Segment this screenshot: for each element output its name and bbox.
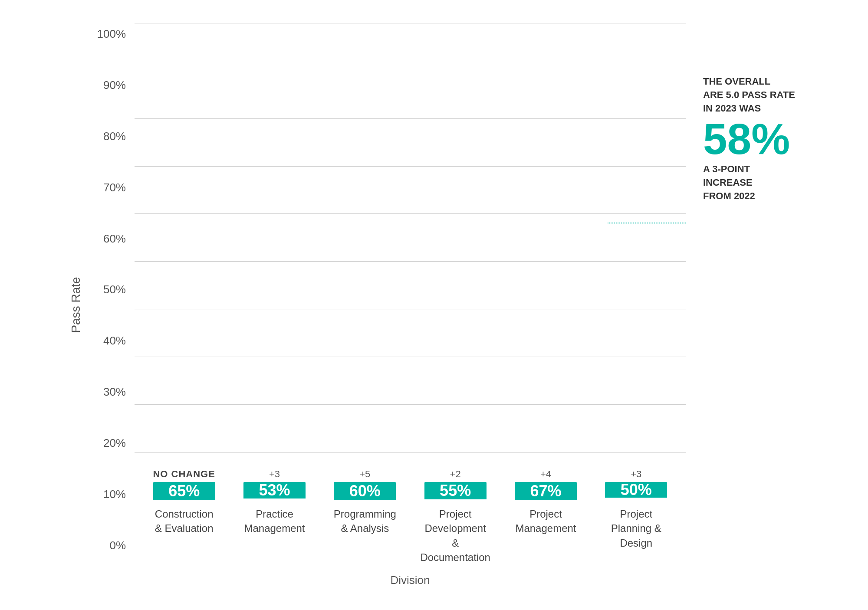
- y-tick: 10%: [103, 488, 126, 501]
- bar-change-programming-analysis: +5: [359, 469, 370, 480]
- y-tick: 90%: [103, 79, 126, 92]
- bar-value-project-development-documentation: 55%: [440, 482, 471, 500]
- annotation-box: THE OVERALL ARE 5.0 PASS RATE IN 2023 WA…: [703, 75, 825, 203]
- bar-programming-analysis: 60%: [334, 482, 396, 500]
- bar-value-project-management: 67%: [530, 482, 561, 500]
- y-axis-label: Pass Rate: [69, 277, 83, 333]
- bar-wrapper-programming-analysis: +560%: [329, 469, 401, 500]
- bar-wrapper-construction-evaluation: NO CHANGE65%: [148, 469, 220, 500]
- chart-inner: NO CHANGE65%+353%+560%+255%+467%+350% Co…: [135, 23, 686, 587]
- bar-practice-management: 53%: [243, 482, 306, 499]
- y-tick: 70%: [103, 181, 126, 194]
- y-tick: 40%: [103, 334, 126, 348]
- bar-group-project-management: +467%: [509, 23, 582, 500]
- x-label-project-management: ProjectManagement: [509, 507, 582, 565]
- bar-change-project-management: +4: [540, 469, 551, 480]
- y-tick: 50%: [103, 283, 126, 296]
- x-label-project-development-documentation: ProjectDevelopment& Documentation: [419, 507, 492, 565]
- bar-value-programming-analysis: 60%: [349, 482, 381, 500]
- y-tick: 100%: [97, 27, 126, 41]
- bar-value-practice-management: 53%: [259, 481, 290, 499]
- x-axis-title: Division: [135, 574, 686, 587]
- bar-value-project-planning-design: 50%: [621, 481, 652, 499]
- y-tick: 20%: [103, 436, 126, 450]
- bar-construction-evaluation: 65%: [153, 482, 215, 500]
- y-tick: 0%: [109, 539, 126, 552]
- x-label-project-planning-design: ProjectPlanning &Design: [600, 507, 673, 565]
- y-axis: 100%90%80%70%60%50%40%30%20%10%0%: [95, 23, 135, 587]
- bar-group-project-development-documentation: +255%: [419, 23, 492, 500]
- bar-change-construction-evaluation: NO CHANGE: [153, 469, 215, 480]
- x-label-programming-analysis: Programming& Analysis: [329, 507, 401, 565]
- y-tick: 60%: [103, 232, 126, 246]
- bar-change-project-planning-design: +3: [631, 469, 641, 480]
- bar-group-project-planning-design: +350%: [600, 23, 673, 500]
- bar-change-practice-management: +3: [269, 469, 280, 480]
- grid-and-bars: NO CHANGE65%+353%+560%+255%+467%+350%: [135, 23, 686, 500]
- bar-wrapper-project-development-documentation: +255%: [419, 469, 492, 500]
- bar-wrapper-practice-management: +353%: [238, 469, 311, 500]
- bar-group-programming-analysis: +560%: [329, 23, 401, 500]
- bar-group-practice-management: +353%: [238, 23, 311, 500]
- annotation-percent: 58%: [703, 117, 825, 161]
- annotation-line1: THE OVERALL ARE 5.0 PASS RATE IN 2023 WA…: [703, 75, 825, 115]
- y-tick: 80%: [103, 130, 126, 143]
- annotation-footer: A 3-POINT INCREASE FROM 2022: [703, 163, 825, 203]
- bar-project-management: 67%: [515, 482, 577, 500]
- chart-container: Pass Rate 100%90%80%70%60%50%40%30%20%10…: [43, 23, 825, 587]
- x-labels: Construction& EvaluationPracticeManageme…: [135, 507, 686, 565]
- bar-change-project-development-documentation: +2: [450, 469, 461, 480]
- bar-project-development-documentation: 55%: [424, 482, 487, 499]
- x-label-practice-management: PracticeManagement: [238, 507, 311, 565]
- bar-project-planning-design: 50%: [605, 482, 667, 498]
- bar-wrapper-project-management: +467%: [509, 469, 582, 500]
- bar-wrapper-project-planning-design: +350%: [600, 469, 673, 500]
- y-tick: 30%: [103, 385, 126, 399]
- x-label-construction-evaluation: Construction& Evaluation: [148, 507, 220, 565]
- bars-row: NO CHANGE65%+353%+560%+255%+467%+350%: [135, 23, 686, 500]
- overall-pass-rate-line: [608, 223, 686, 223]
- bar-group-construction-evaluation: NO CHANGE65%: [148, 23, 220, 500]
- bar-value-construction-evaluation: 65%: [168, 482, 200, 500]
